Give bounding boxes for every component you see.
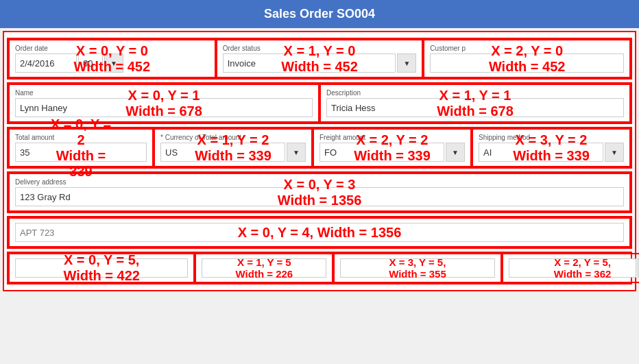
input-5-3[interactable] [509,258,636,278]
input-0-0[interactable] [15,53,77,73]
cell-label-2-3: Shipping method [479,134,624,141]
cell-label-1-0: Name [15,89,313,97]
page-title: Sales Order SO004 [264,7,375,21]
cell-label-2-1: * Currency of Total amount [160,134,306,141]
cell-0-2: Customer p X = 2, Y = 0 Width = 452 [423,39,631,78]
cell-5-0: X = 0, Y = 5, Width = 422 [8,253,195,283]
row-1: Name X = 0, Y = 1 Width = 678 Descriptio… [7,82,632,124]
input-3-0[interactable] [15,187,624,206]
row-5: X = 0, Y = 5, Width = 422 X = 1, Y = 5 W… [7,252,632,284]
cell-0-0: Order date ▼ X = 0, Y = 0 Width = 452 [8,39,216,78]
input-0-2[interactable] [430,53,624,73]
dropdown-2-3[interactable]: ▼ [605,143,624,162]
input-5-1[interactable] [202,258,326,278]
cell-label-0-2: Customer p [430,45,624,52]
input-2-2[interactable] [320,143,444,162]
input-5-2[interactable] [340,258,494,278]
cell-label-0-0: Order date [15,45,209,52]
cell-label-2-0: Total amount [15,134,147,141]
dropdown-0-0[interactable]: ▼ [104,53,123,73]
cell-label-0-1: Order status [223,45,417,52]
input-4-0[interactable] [15,223,624,242]
cell-1-0: Name X = 0, Y = 1 Width = 678 [8,84,320,123]
row-3: Delivery address X = 0, Y = 3 Width = 13… [7,171,632,213]
cell-label-2-2: Freight amount [320,134,465,141]
title-bar: Sales Order SO004 [0,0,639,28]
dropdown-2-1[interactable]: ▼ [287,143,306,162]
cell-2-1: * Currency of Total amount ▼ X = 1, Y = … [154,128,313,167]
row-4: X = 0, Y = 4, Width = 1356 [7,216,632,249]
input-5-0[interactable] [15,258,188,278]
cell-5-2: X = 3, Y = 5, Width = 355 [333,253,501,283]
row-2: Total amount X = 0, Y = 2 Width = 339 * … [7,127,632,169]
cell-4-0: X = 0, Y = 4, Width = 1356 [8,217,631,247]
cell-2-2: Freight amount ▼ X = 2, Y = 2 Width = 33… [313,128,472,167]
input-0-1[interactable] [223,53,396,73]
input-2-1[interactable] [160,143,285,162]
cell-0-1: Order status ▼ X = 1, Y = 0 Width = 452 [216,39,424,78]
cell-1-1: Description X = 1, Y = 1 Width = 678 [320,84,631,123]
cell-label-3-0: Delivery address [15,178,624,186]
input-time-0-0[interactable] [78,53,103,73]
cell-label-1-1: Description [326,89,624,97]
input-2-0[interactable] [15,143,147,162]
dropdown-0-1[interactable]: ▼ [397,53,416,73]
input-1-1[interactable] [326,98,624,117]
input-2-3[interactable] [479,143,603,162]
cell-5-1: X = 1, Y = 5 Width = 226 [195,253,333,283]
cell-5-3: ▼ X = 2, Y = 5, Width = 362 [502,253,639,283]
dropdown-2-2[interactable]: ▼ [446,143,465,162]
cell-2-3: Shipping method ▼ X = 3, Y = 2 Width = 3… [472,128,631,167]
main-container: Order date ▼ X = 0, Y = 0 Width = 452 Or… [3,31,636,291]
cell-2-0: Total amount X = 0, Y = 2 Width = 339 [8,128,154,167]
row-0: Order date ▼ X = 0, Y = 0 Width = 452 Or… [7,38,632,80]
input-1-0[interactable] [15,98,313,117]
cell-3-0: Delivery address X = 0, Y = 3 Width = 13… [8,173,631,212]
